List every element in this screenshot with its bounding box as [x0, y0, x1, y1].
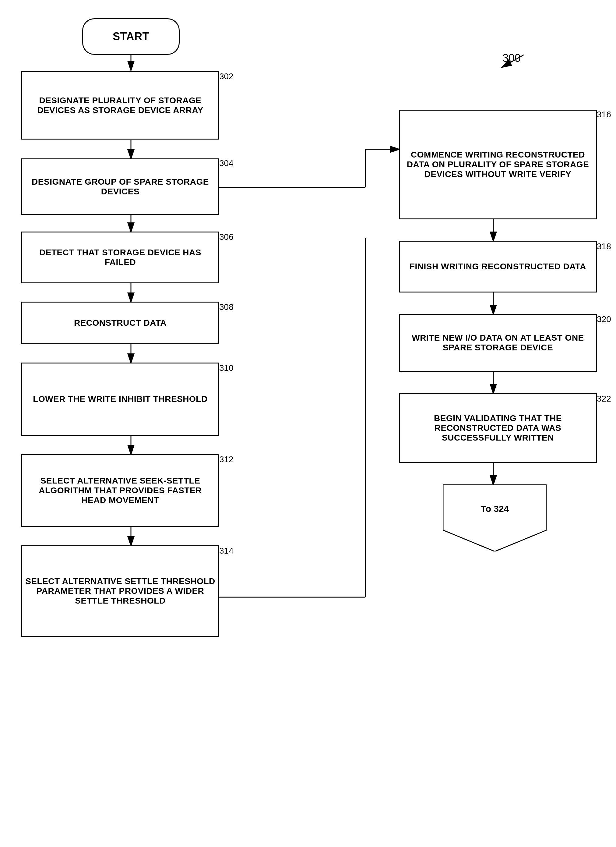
label-302: 302 [219, 72, 234, 81]
node-320: WRITE NEW I/O DATA ON AT LEAST ONE SPARE… [399, 314, 597, 372]
node-304: DESIGNATE GROUP OF SPARE STORAGE DEVICES [21, 158, 219, 215]
node-306: DETECT THAT STORAGE DEVICE HAS FAILED [21, 232, 219, 283]
node-318: FINISH WRITING RECONSTRUCTED DATA [399, 241, 597, 292]
node-310: LOWER THE WRITE INHIBIT THRESHOLD [21, 363, 219, 436]
label-320: 320 [597, 314, 611, 324]
flowchart: START 302 DESIGNATE PLURALITY OF STORAGE… [0, 0, 616, 847]
label-310: 310 [219, 363, 234, 373]
label-314: 314 [219, 546, 234, 556]
node-324: To 324 [443, 484, 547, 552]
label-304: 304 [219, 158, 234, 168]
label-322: 322 [597, 394, 611, 404]
svg-marker-17 [443, 484, 547, 552]
label-316: 316 [597, 110, 611, 120]
label-306: 306 [219, 232, 234, 242]
label-312: 312 [219, 454, 234, 464]
node-302: DESIGNATE PLURALITY OF STORAGE DEVICES A… [21, 71, 219, 140]
node-308: RECONSTRUCT DATA [21, 302, 219, 344]
node-312: SELECT ALTERNATIVE SEEK-SETTLE ALGORITHM… [21, 454, 219, 527]
node-314: SELECT ALTERNATIVE SETTLE THRESHOLD PARA… [21, 545, 219, 637]
node-316: COMMENCE WRITING RECONSTRUCTED DATA ON P… [399, 110, 597, 219]
svg-text:To 324: To 324 [481, 504, 509, 514]
node-322: BEGIN VALIDATING THAT THE RECONSTRUCTED … [399, 393, 597, 463]
svg-line-19 [503, 55, 524, 67]
label-318: 318 [597, 242, 611, 251]
label-308: 308 [219, 302, 234, 312]
start-node: START [82, 18, 180, 55]
